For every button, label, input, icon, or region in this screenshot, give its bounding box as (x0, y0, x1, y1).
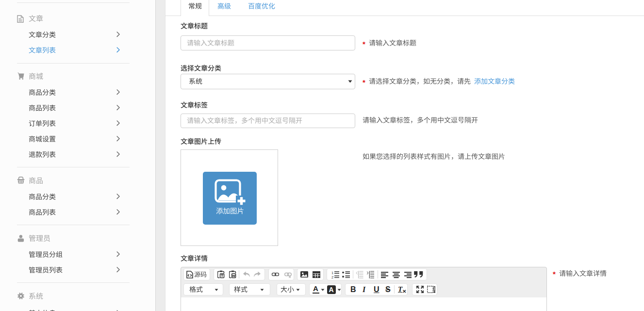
svg-text:2: 2 (331, 275, 333, 279)
svg-text:1: 1 (331, 271, 333, 275)
